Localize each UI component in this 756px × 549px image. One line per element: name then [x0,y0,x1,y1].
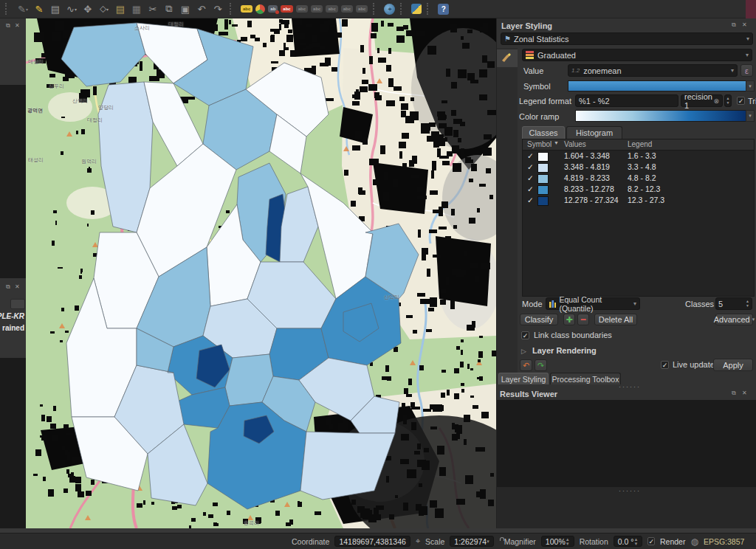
table-row[interactable]: ✓ 3.348 - 4.819 3.3 - 4.8 [523,162,754,173]
float-panel-icon[interactable]: ⧉ [6,284,10,290]
redo-icon[interactable]: ↷ [211,2,224,15]
apply-button[interactable]: Apply [713,359,753,371]
table-row[interactable]: ✓ 12.278 - 27.324 12.3 - 27.3 [523,196,754,207]
tab-histogram[interactable]: Histogram [566,126,622,139]
magnifier-input[interactable]: 100%▲▼ [541,536,574,547]
classes-count-spinner[interactable]: 5▲▼ [715,297,752,310]
mode-selector[interactable]: Equal Count (Quantile)▾ [546,297,640,310]
metasearch-icon[interactable]: ⌖ [384,4,395,15]
classes-table[interactable]: Symbol ▼ Values Legend ✓ 1.604 - 3.348 1… [522,139,755,297]
class-symbol-chip[interactable] [537,174,549,184]
renderer-selector[interactable]: Graduated▾ [522,49,752,61]
tab-classes[interactable]: Classes [522,126,565,139]
epsg-indicator[interactable]: EPSG:3857 [704,537,744,546]
copy-features-icon[interactable]: ⧉ [162,2,176,15]
col-values[interactable]: Values [564,140,586,148]
value-field[interactable]: 1.2 zonemean▾ [568,64,738,77]
clear-icon[interactable]: ⊗ [713,97,719,105]
layer-selector[interactable]: ⚑ Zonal Statistics▾ [501,32,753,45]
highlight-pinned-labels-icon[interactable]: abc [281,5,292,13]
close-panel-icon[interactable]: ✕ [742,390,747,396]
col-legend[interactable]: Legend [628,140,652,148]
trim-label: Trim [748,97,756,106]
precision-input[interactable]: recision 1 ⊗ [681,94,723,107]
splitter-handle[interactable]: ······ [619,383,641,390]
attribute-form-icon[interactable]: ▤ [114,2,127,15]
class-symbol-chip[interactable] [537,152,549,162]
color-ramp-dropdown[interactable]: ▾ [746,110,755,122]
paste-features-icon[interactable]: ▣ [179,2,192,15]
map-canvas[interactable]: 소사리 대정리 매당리 신두리 산덕리 광덕면 양당리 대정리 태성리 원덕리 … [26,18,496,528]
dock-tab-layer-styling[interactable]: Layer Styling [498,373,549,384]
layer-name-fragment: PLE-KR [0,312,24,320]
close-panel-icon[interactable]: ✕ [15,284,20,290]
legend-format-label: Legend format [519,97,571,106]
edit-session-menu-icon[interactable]: ✎▾ [16,2,30,15]
table-header[interactable]: Symbol ▼ Values Legend [523,139,754,151]
remove-class-button[interactable]: ━ [577,314,589,325]
toolbar-grip[interactable] [373,3,379,15]
close-panel-icon[interactable]: ✕ [742,22,747,28]
coordinate-input[interactable]: 14189697,4381346 [334,536,410,547]
pin-labels-icon[interactable]: ab [268,5,278,13]
filter-icon[interactable]: ▼ [554,140,559,145]
help-icon[interactable]: ? [438,4,449,15]
render-checkbox[interactable]: ✓ [647,537,655,545]
vertex-tool-icon[interactable]: ⬦▾ [97,2,111,15]
python-console-icon[interactable] [411,4,422,14]
symbol-dropdown[interactable]: ▾ [746,80,755,92]
status-bar: Coordinate 14189697,4381346 ⌖ Scale 1:26… [0,533,756,549]
link-class-boundaries-label: Link class boundaries [534,331,612,339]
layer-labeling-icon[interactable]: abc [241,5,252,13]
splitter-handle[interactable]: ······ [619,487,641,494]
tab-symbology[interactable] [497,49,518,67]
crs-globe-icon[interactable]: ◍ [690,536,698,547]
toolbar-grip[interactable] [400,3,406,15]
live-update-checkbox[interactable]: ✓ [661,361,669,369]
cut-features-icon[interactable]: ✂ [146,2,159,15]
delete-all-button[interactable]: Delete All [594,314,637,325]
advanced-button[interactable]: Advanced▾ [715,314,753,325]
dock-tab-processing-toolbox[interactable]: Processing Toolbox [550,373,621,384]
redo-style-button[interactable]: ↷ [535,359,547,371]
sliver-button[interactable] [10,299,25,309]
float-panel-icon[interactable]: ⧉ [732,390,736,396]
rotation-input[interactable]: 0.0 °▲▼ [614,536,643,547]
close-panel-icon[interactable]: ✕ [15,23,20,29]
expand-arrow-icon[interactable]: ▷ [521,348,526,355]
toolbar-grip[interactable] [5,3,11,15]
save-edits-icon[interactable]: ▤ [49,2,62,15]
class-symbol-chip[interactable] [537,185,549,195]
symbol-preview[interactable] [568,80,746,92]
add-class-button[interactable]: ✚ [563,314,575,325]
class-symbol-chip[interactable] [537,163,549,173]
table-row[interactable]: ✓ 8.233 - 12.278 8.2 - 12.3 [523,184,754,196]
precision-spinner[interactable]: ▲▼ [724,94,732,107]
float-panel-icon[interactable]: ⧉ [732,22,736,28]
trim-checkbox[interactable]: ✓ [737,97,745,105]
classify-button[interactable]: Classify [520,314,558,325]
scale-selector[interactable]: 1:262974▾ [450,536,493,547]
link-class-boundaries-checkbox[interactable]: ✓ [521,331,529,339]
delete-selected-icon[interactable]: ▦ [130,2,143,15]
color-ramp-preview[interactable] [575,110,746,122]
toolbar-grip[interactable] [230,3,236,15]
col-symbol[interactable]: Symbol [527,140,551,148]
move-feature-icon[interactable]: ✥ [81,2,94,15]
legend-format-input[interactable]: %1 - %2 [575,94,678,107]
expression-button[interactable]: ε [740,64,753,77]
class-symbol-chip[interactable] [537,196,549,206]
results-viewer-body[interactable] [497,400,756,487]
table-row[interactable]: ✓ 1.604 - 3.348 1.6 - 3.3 [523,151,754,162]
layer-diagram-icon[interactable] [255,4,265,14]
float-panel-icon[interactable]: ⧉ [6,23,10,29]
label-properties-tool-icon: abc [356,5,368,13]
table-row[interactable]: ✓ 4.819 - 8.233 4.8 - 8.2 [523,173,754,184]
undo-style-button[interactable]: ↶ [520,359,532,371]
layer-rendering-label[interactable]: Layer Rendering [532,346,597,355]
digitize-feature-icon[interactable]: ∿▾ [65,2,78,15]
toggle-editing-icon[interactable]: ✎ [32,2,46,15]
toolbar-grip[interactable] [427,3,433,15]
coordinate-toggle-icon[interactable]: ⌖ [416,536,420,546]
undo-icon[interactable]: ↶ [195,2,208,15]
